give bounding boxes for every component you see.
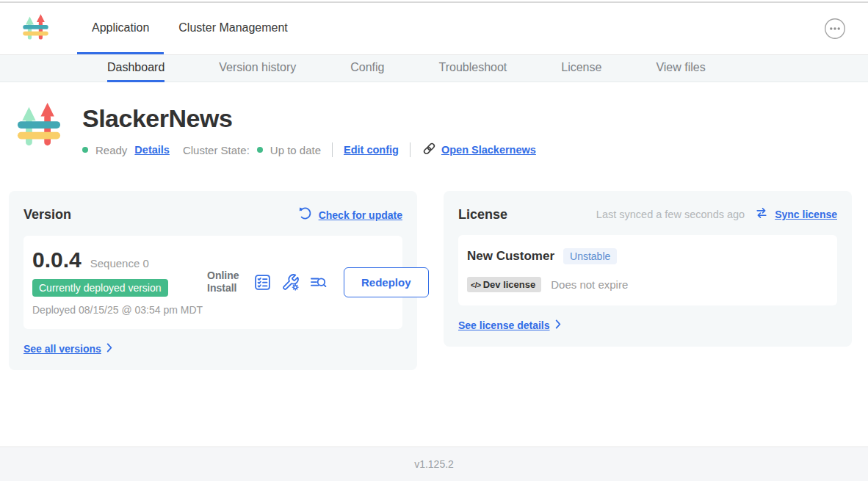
app-header-block: SlackerNews Ready Details Cluster State:…	[16, 101, 868, 159]
chain-link-icon	[422, 141, 437, 159]
subnav-tab-license[interactable]: License	[561, 55, 601, 82]
console-version-text: v1.125.2	[414, 458, 454, 470]
app-status-dot	[82, 147, 88, 153]
app-logo-large	[16, 101, 62, 159]
subnav-tab-version-history[interactable]: Version history	[219, 55, 296, 82]
open-app-link[interactable]: Open Slackernews	[422, 141, 536, 159]
app-logo-icon	[22, 13, 49, 45]
code-icon: </>	[471, 281, 481, 289]
redeploy-button[interactable]: Redeploy	[344, 267, 429, 297]
sequence-label: Sequence 0	[90, 257, 149, 270]
license-type-label: Dev license	[483, 279, 536, 290]
customer-name: New Customer	[467, 249, 554, 264]
refresh-icon	[297, 206, 313, 224]
subnav-tab-view-files[interactable]: View files	[656, 55, 705, 82]
subnav-tab-dashboard[interactable]: Dashboard	[107, 55, 164, 82]
edit-config-link[interactable]: Edit config	[344, 144, 399, 156]
license-type-badge: </> Dev license	[467, 277, 541, 292]
chevron-right-icon	[555, 319, 561, 332]
details-link[interactable]: Details	[134, 144, 170, 156]
chevron-right-icon	[106, 342, 112, 355]
sync-license-label: Sync license	[775, 209, 837, 220]
primary-nav: Application Cluster Management	[77, 3, 303, 54]
dashboard-main: SlackerNews Ready Details Cluster State:…	[0, 101, 868, 370]
current-version-panel: 0.0.4 Sequence 0 Currently deployed vers…	[23, 236, 402, 329]
cluster-state-dot	[257, 147, 263, 153]
app-status-row: Ready Details Cluster State: Up to date …	[82, 141, 536, 159]
deployed-status-badge: Currently deployed version	[32, 279, 168, 297]
channel-badge: Unstable	[563, 248, 617, 264]
open-app-label: Open Slackernews	[441, 144, 536, 156]
wrench-gear-icon	[281, 283, 300, 294]
deployed-timestamp: Deployed 08/15/25 @ 03:54 pm MDT	[32, 303, 205, 317]
more-menu-button[interactable]	[824, 18, 846, 40]
version-card: Version Check for update	[9, 191, 417, 370]
status-divider	[410, 142, 411, 157]
install-type-label: Online Install	[207, 270, 244, 295]
version-card-title: Version	[23, 207, 71, 223]
see-license-details-link[interactable]: See license details	[458, 319, 550, 331]
subnav-tab-config[interactable]: Config	[350, 55, 384, 82]
see-all-versions-link[interactable]: See all versions	[23, 343, 101, 355]
tab-application[interactable]: Application	[77, 3, 164, 54]
log-search-icon	[309, 283, 328, 294]
preflight-checks-button[interactable]	[253, 273, 272, 292]
license-card: License Last synced a few seconds ago Sy…	[444, 191, 852, 347]
expiration-text: Does not expire	[551, 278, 628, 291]
check-for-update-label: Check for update	[319, 209, 402, 221]
ellipsis-icon	[824, 31, 846, 42]
license-detail-panel: New Customer Unstable </> Dev license Do…	[458, 235, 837, 305]
tab-cluster-management[interactable]: Cluster Management	[164, 3, 303, 54]
cluster-state-label: Cluster State:	[183, 144, 250, 156]
last-synced-text: Last synced a few seconds ago	[596, 209, 745, 220]
checklist-icon	[253, 283, 272, 294]
sync-arrows-icon	[754, 206, 769, 223]
main-header: Application Cluster Management	[0, 3, 868, 54]
deploy-logs-button[interactable]	[309, 273, 328, 292]
edit-config-button[interactable]	[281, 273, 300, 292]
secondary-nav: Dashboard Version history Config Trouble…	[0, 54, 868, 82]
subnav-tab-troubleshoot[interactable]: Troubleshoot	[438, 55, 507, 82]
status-divider	[332, 142, 333, 157]
app-footer: v1.125.2	[0, 446, 868, 481]
check-for-update-link[interactable]: Check for update	[297, 206, 402, 224]
cluster-state-value: Up to date	[270, 144, 321, 156]
sync-license-link[interactable]: Sync license	[754, 206, 837, 223]
page-title: SlackerNews	[82, 104, 536, 133]
license-card-title: License	[458, 207, 507, 223]
version-number: 0.0.4	[32, 247, 82, 272]
app-status-text: Ready	[95, 144, 127, 156]
